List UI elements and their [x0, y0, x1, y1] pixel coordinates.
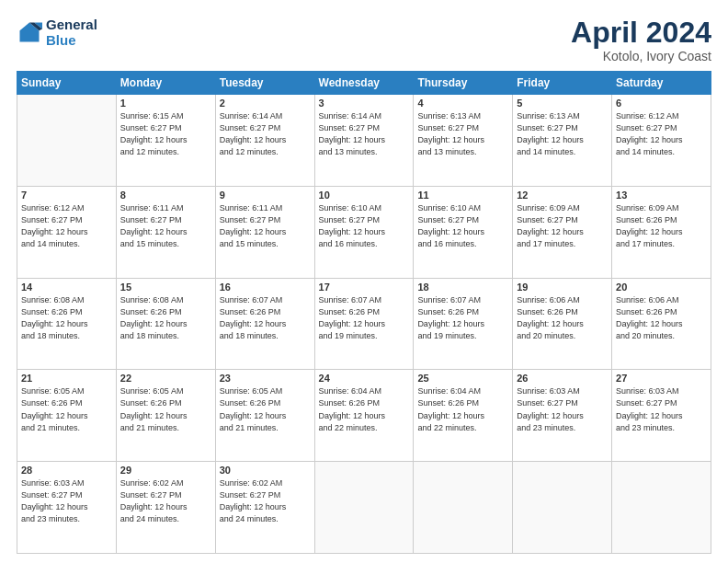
- day-info: Sunrise: 6:04 AM Sunset: 6:26 PM Dayligh…: [417, 385, 508, 433]
- calendar-body: 1Sunrise: 6:15 AM Sunset: 6:27 PM Daylig…: [17, 95, 711, 554]
- calendar-cell: 25Sunrise: 6:04 AM Sunset: 6:26 PM Dayli…: [414, 370, 513, 462]
- calendar-cell: 14Sunrise: 6:08 AM Sunset: 6:26 PM Dayli…: [17, 278, 117, 370]
- day-info: Sunrise: 6:10 AM Sunset: 6:27 PM Dayligh…: [319, 202, 410, 250]
- calendar-week-2: 7Sunrise: 6:12 AM Sunset: 6:27 PM Daylig…: [17, 186, 711, 278]
- title-block: April 2024 Kotolo, Ivory Coast: [571, 17, 711, 63]
- calendar-cell: 30Sunrise: 6:02 AM Sunset: 6:27 PM Dayli…: [215, 462, 314, 554]
- day-number: 16: [220, 282, 311, 293]
- day-info: Sunrise: 6:03 AM Sunset: 6:27 PM Dayligh…: [21, 477, 112, 525]
- day-number: 22: [120, 373, 211, 384]
- calendar-week-4: 21Sunrise: 6:05 AM Sunset: 6:26 PM Dayli…: [17, 370, 711, 462]
- day-number: 19: [517, 282, 608, 293]
- calendar-cell: 22Sunrise: 6:05 AM Sunset: 6:26 PM Dayli…: [116, 370, 215, 462]
- day-number: 17: [319, 282, 410, 293]
- calendar-cell: 20Sunrise: 6:06 AM Sunset: 6:26 PM Dayli…: [612, 278, 711, 370]
- day-info: Sunrise: 6:02 AM Sunset: 6:27 PM Dayligh…: [220, 477, 311, 525]
- calendar-week-1: 1Sunrise: 6:15 AM Sunset: 6:27 PM Daylig…: [17, 95, 711, 187]
- calendar-week-3: 14Sunrise: 6:08 AM Sunset: 6:26 PM Dayli…: [17, 278, 711, 370]
- day-info: Sunrise: 6:12 AM Sunset: 6:27 PM Dayligh…: [21, 202, 112, 250]
- calendar-cell: 29Sunrise: 6:02 AM Sunset: 6:27 PM Dayli…: [116, 462, 215, 554]
- day-info: Sunrise: 6:15 AM Sunset: 6:27 PM Dayligh…: [120, 110, 211, 158]
- calendar-cell: [414, 462, 513, 554]
- logo-icon: [17, 19, 42, 45]
- day-number: 26: [517, 373, 608, 384]
- calendar-cell: 13Sunrise: 6:09 AM Sunset: 6:26 PM Dayli…: [612, 186, 711, 278]
- day-number: 20: [616, 282, 707, 293]
- calendar-cell: 7Sunrise: 6:12 AM Sunset: 6:27 PM Daylig…: [17, 186, 117, 278]
- day-number: 12: [517, 190, 608, 201]
- calendar-cell: 28Sunrise: 6:03 AM Sunset: 6:27 PM Dayli…: [17, 462, 117, 554]
- day-info: Sunrise: 6:14 AM Sunset: 6:27 PM Dayligh…: [220, 110, 311, 158]
- calendar-cell: 1Sunrise: 6:15 AM Sunset: 6:27 PM Daylig…: [116, 95, 215, 187]
- day-info: Sunrise: 6:05 AM Sunset: 6:26 PM Dayligh…: [120, 385, 211, 433]
- day-info: Sunrise: 6:13 AM Sunset: 6:27 PM Dayligh…: [517, 110, 608, 158]
- day-info: Sunrise: 6:09 AM Sunset: 6:26 PM Dayligh…: [616, 202, 707, 250]
- day-number: 23: [220, 373, 311, 384]
- calendar-cell: 5Sunrise: 6:13 AM Sunset: 6:27 PM Daylig…: [513, 95, 612, 187]
- day-number: 25: [417, 373, 508, 384]
- calendar-cell: 11Sunrise: 6:10 AM Sunset: 6:27 PM Dayli…: [414, 186, 513, 278]
- day-info: Sunrise: 6:09 AM Sunset: 6:27 PM Dayligh…: [517, 202, 608, 250]
- day-number: 2: [220, 98, 311, 109]
- calendar-cell: [513, 462, 612, 554]
- calendar-cell: 23Sunrise: 6:05 AM Sunset: 6:26 PM Dayli…: [215, 370, 314, 462]
- day-info: Sunrise: 6:11 AM Sunset: 6:27 PM Dayligh…: [220, 202, 311, 250]
- header-row: Sunday Monday Tuesday Wednesday Thursday…: [17, 72, 711, 95]
- day-info: Sunrise: 6:06 AM Sunset: 6:26 PM Dayligh…: [616, 294, 707, 342]
- calendar-cell: 21Sunrise: 6:05 AM Sunset: 6:26 PM Dayli…: [17, 370, 117, 462]
- col-friday: Friday: [513, 72, 612, 95]
- day-number: 28: [21, 465, 112, 476]
- calendar-cell: [314, 462, 414, 554]
- day-info: Sunrise: 6:11 AM Sunset: 6:27 PM Dayligh…: [120, 202, 211, 250]
- calendar-cell: 6Sunrise: 6:12 AM Sunset: 6:27 PM Daylig…: [612, 95, 711, 187]
- day-info: Sunrise: 6:02 AM Sunset: 6:27 PM Dayligh…: [120, 477, 211, 525]
- day-info: Sunrise: 6:08 AM Sunset: 6:26 PM Dayligh…: [21, 294, 112, 342]
- day-info: Sunrise: 6:03 AM Sunset: 6:27 PM Dayligh…: [517, 385, 608, 433]
- subtitle: Kotolo, Ivory Coast: [571, 49, 711, 63]
- day-info: Sunrise: 6:08 AM Sunset: 6:26 PM Dayligh…: [120, 294, 211, 342]
- day-number: 15: [120, 282, 211, 293]
- day-info: Sunrise: 6:05 AM Sunset: 6:26 PM Dayligh…: [21, 385, 112, 433]
- day-info: Sunrise: 6:06 AM Sunset: 6:26 PM Dayligh…: [517, 294, 608, 342]
- calendar-cell: 27Sunrise: 6:03 AM Sunset: 6:27 PM Dayli…: [612, 370, 711, 462]
- calendar-cell: 2Sunrise: 6:14 AM Sunset: 6:27 PM Daylig…: [215, 95, 314, 187]
- day-info: Sunrise: 6:07 AM Sunset: 6:26 PM Dayligh…: [417, 294, 508, 342]
- day-number: 13: [616, 190, 707, 201]
- day-number: 18: [417, 282, 508, 293]
- logo: General Blue: [17, 17, 97, 49]
- day-info: Sunrise: 6:10 AM Sunset: 6:27 PM Dayligh…: [417, 202, 508, 250]
- day-number: 27: [616, 373, 707, 384]
- day-number: 24: [319, 373, 410, 384]
- day-number: 6: [616, 98, 707, 109]
- day-info: Sunrise: 6:05 AM Sunset: 6:26 PM Dayligh…: [220, 385, 311, 433]
- day-number: 29: [120, 465, 211, 476]
- calendar-cell: 19Sunrise: 6:06 AM Sunset: 6:26 PM Dayli…: [513, 278, 612, 370]
- calendar-cell: 8Sunrise: 6:11 AM Sunset: 6:27 PM Daylig…: [116, 186, 215, 278]
- day-number: 14: [21, 282, 112, 293]
- day-number: 5: [517, 98, 608, 109]
- day-info: Sunrise: 6:07 AM Sunset: 6:26 PM Dayligh…: [220, 294, 311, 342]
- day-number: 10: [319, 190, 410, 201]
- day-number: 30: [220, 465, 311, 476]
- calendar-cell: 16Sunrise: 6:07 AM Sunset: 6:26 PM Dayli…: [215, 278, 314, 370]
- calendar-table: Sunday Monday Tuesday Wednesday Thursday…: [17, 71, 711, 554]
- calendar-cell: 9Sunrise: 6:11 AM Sunset: 6:27 PM Daylig…: [215, 186, 314, 278]
- page: General Blue April 2024 Kotolo, Ivory Co…: [0, 0, 728, 563]
- calendar-header: Sunday Monday Tuesday Wednesday Thursday…: [17, 72, 711, 95]
- calendar-week-5: 28Sunrise: 6:03 AM Sunset: 6:27 PM Dayli…: [17, 462, 711, 554]
- calendar-cell: 17Sunrise: 6:07 AM Sunset: 6:26 PM Dayli…: [314, 278, 414, 370]
- calendar-cell: 12Sunrise: 6:09 AM Sunset: 6:27 PM Dayli…: [513, 186, 612, 278]
- day-number: 7: [21, 190, 112, 201]
- col-wednesday: Wednesday: [314, 72, 414, 95]
- col-sunday: Sunday: [17, 72, 117, 95]
- day-info: Sunrise: 6:04 AM Sunset: 6:26 PM Dayligh…: [319, 385, 410, 433]
- day-info: Sunrise: 6:03 AM Sunset: 6:27 PM Dayligh…: [616, 385, 707, 433]
- day-number: 21: [21, 373, 112, 384]
- calendar-cell: 18Sunrise: 6:07 AM Sunset: 6:26 PM Dayli…: [414, 278, 513, 370]
- col-tuesday: Tuesday: [215, 72, 314, 95]
- day-info: Sunrise: 6:13 AM Sunset: 6:27 PM Dayligh…: [417, 110, 508, 158]
- day-number: 4: [417, 98, 508, 109]
- calendar-cell: [612, 462, 711, 554]
- day-info: Sunrise: 6:12 AM Sunset: 6:27 PM Dayligh…: [616, 110, 707, 158]
- calendar-cell: 24Sunrise: 6:04 AM Sunset: 6:26 PM Dayli…: [314, 370, 414, 462]
